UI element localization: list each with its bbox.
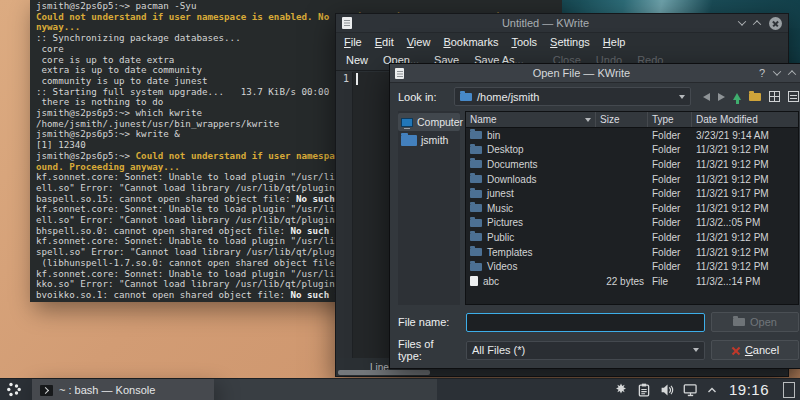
forward-icon[interactable]	[718, 93, 725, 101]
file-name: Templates	[487, 247, 533, 258]
desktop: jsmith@s2ps6p5:~> pacman -SyuCould not u…	[0, 0, 800, 400]
file-type-value: All Files (*)	[472, 344, 688, 356]
folder-icon	[470, 146, 482, 154]
file-row-videos[interactable]: VideosFolder11/3/21 9:12 PM	[466, 259, 798, 274]
file-modified: 11/3/2..:14 PM	[692, 276, 798, 287]
column-header-type[interactable]: Type	[648, 112, 692, 127]
folder-icon	[470, 175, 482, 183]
text-cursor	[356, 73, 358, 85]
line-number-gutter: 1	[337, 72, 353, 358]
cancel-x-icon	[731, 346, 740, 355]
new-folder-icon[interactable]	[749, 93, 761, 101]
minimize-icon[interactable]	[738, 17, 746, 25]
kwrite-titlebar[interactable]: Untitled — KWrite	[336, 14, 788, 33]
volume-icon[interactable]	[660, 383, 674, 397]
column-header-name[interactable]: Name	[466, 112, 596, 127]
file-view[interactable]: Name Size Type Date Modified binFolder3/…	[465, 111, 799, 305]
place-item-jsmith[interactable]: jsmith	[398, 131, 460, 149]
toolbar-new-button[interactable]: New	[346, 54, 368, 66]
application-launcher-button[interactable]	[0, 379, 28, 400]
konsole-icon	[40, 385, 53, 396]
column-label: Type	[652, 114, 674, 125]
file-name-input[interactable]	[466, 313, 705, 332]
digital-clock[interactable]: 19:16	[729, 381, 769, 398]
menu-bookmarks[interactable]: Bookmarks	[443, 36, 498, 48]
folder-icon	[470, 131, 482, 139]
file-type-combobox[interactable]: All Files (*)	[466, 341, 705, 360]
current-path: /home/jsmith	[477, 91, 674, 103]
launcher-dots-icon	[6, 381, 23, 398]
updates-icon[interactable]	[614, 383, 628, 397]
file-modified: 11/3/2..:05 PM	[692, 217, 798, 228]
network-icon[interactable]	[683, 383, 698, 397]
help-icon[interactable]: ?	[759, 67, 765, 79]
column-header-size[interactable]: Size	[596, 112, 648, 127]
dialog-minimize-icon[interactable]	[773, 67, 781, 75]
open-button-label: Open	[750, 316, 777, 328]
file-row-downloads[interactable]: DownloadsFolder11/3/21 9:12 PM	[466, 172, 798, 187]
file-row-pictures[interactable]: PicturesFolder11/3/2..:05 PM	[466, 216, 798, 231]
file-row-documents[interactable]: DocumentsFolder11/3/21 9:12 PM	[466, 157, 798, 172]
horizontal-scrollbar[interactable]	[338, 370, 430, 375]
cancel-button-label: Cancel	[745, 344, 779, 356]
file-type: Folder	[648, 261, 692, 272]
column-label: Size	[600, 114, 619, 125]
up-icon[interactable]	[733, 93, 741, 100]
files-of-type-label: Files of type:	[398, 338, 460, 362]
file-modified: 11/3/21 9:12 PM	[692, 144, 798, 155]
icon-view-icon[interactable]	[769, 91, 780, 102]
folder-icon	[470, 248, 482, 256]
dialog-maximize-icon[interactable]	[788, 70, 796, 78]
menu-edit[interactable]: Edit	[375, 36, 394, 48]
file-type: Folder	[648, 232, 692, 243]
cancel-button[interactable]: Cancel	[711, 340, 799, 360]
back-icon[interactable]	[703, 93, 710, 101]
menu-help[interactable]: Help	[603, 36, 626, 48]
file-modified: 11/3/21 9:12 PM	[692, 174, 798, 185]
file-row-bin[interactable]: binFolder3/23/21 9:14 AM	[466, 128, 798, 143]
place-item-computer[interactable]: Computer	[398, 113, 460, 131]
menu-view[interactable]: View	[407, 36, 431, 48]
column-header-date-modified[interactable]: Date Modified	[692, 112, 798, 127]
file-row-junest[interactable]: junestFolder11/3/21 9:17 PM	[466, 186, 798, 201]
file-type: Folder	[648, 203, 692, 214]
file-modified: 11/3/21 9:17 PM	[692, 188, 798, 199]
file-row-templates[interactable]: TemplatesFolder11/3/21 9:12 PM	[466, 245, 798, 260]
file-row-public[interactable]: PublicFolder11/3/21 9:12 PM	[466, 230, 798, 245]
dialog-titlebar[interactable]: Open File — KWrite ?	[390, 64, 800, 83]
open-file-dialog[interactable]: Open File — KWrite ? Look in: /home/jsmi…	[389, 63, 800, 369]
folder-icon	[470, 190, 482, 198]
menu-file[interactable]: File	[344, 36, 362, 48]
taskbar-task-konsole[interactable]: ~ : bash — Konsole	[32, 379, 214, 400]
file-modified: 11/3/21 9:12 PM	[692, 159, 798, 170]
file-icon	[470, 276, 478, 286]
column-label: Date Modified	[696, 114, 758, 125]
file-name: Pictures	[487, 217, 523, 228]
taskbar: ~ : bash — Konsole Untitled — KWrite	[0, 378, 800, 400]
file-type: Folder	[648, 174, 692, 185]
menu-settings[interactable]: Settings	[550, 36, 590, 48]
detail-view-icon[interactable]	[788, 91, 799, 102]
file-type: Folder	[648, 130, 692, 141]
file-row-abc[interactable]: abc22 bytesFile11/3/2..:14 PM	[466, 274, 798, 289]
dialog-app-icon	[395, 68, 404, 79]
file-name: abc	[483, 276, 499, 287]
file-row-desktop[interactable]: DesktopFolder11/3/21 9:12 PM	[466, 143, 798, 158]
file-type: Folder	[648, 144, 692, 155]
kwrite-menubar: FileEditViewBookmarksToolsSettingsHelp	[336, 33, 788, 50]
open-button[interactable]: Open	[711, 312, 799, 332]
open-folder-icon	[733, 318, 745, 326]
expand-tray-icon[interactable]	[707, 386, 717, 394]
file-row-music[interactable]: MusicFolder11/3/21 9:12 PM	[466, 201, 798, 216]
menu-tools[interactable]: Tools	[511, 36, 537, 48]
clipboard-icon[interactable]	[637, 383, 651, 397]
dialog-title: Open File — KWrite	[404, 67, 759, 79]
location-combobox[interactable]: /home/jsmith	[454, 87, 691, 106]
close-icon[interactable]	[769, 17, 782, 30]
maximize-icon[interactable]	[753, 20, 761, 28]
place-label: jsmith	[421, 134, 448, 146]
file-table-header[interactable]: Name Size Type Date Modified	[466, 112, 798, 128]
show-desktop-button[interactable]	[783, 382, 795, 398]
folder-icon	[470, 219, 482, 227]
folder-icon	[470, 263, 482, 271]
